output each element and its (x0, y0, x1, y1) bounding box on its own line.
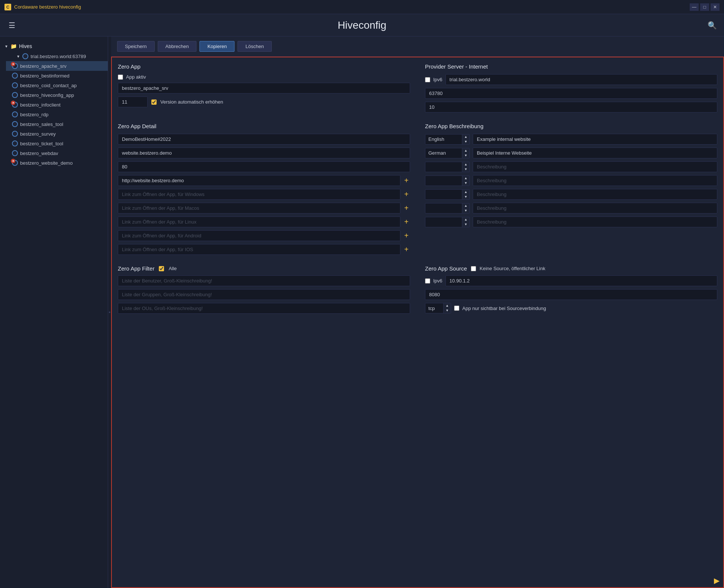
link-ios-add-button[interactable]: + (403, 245, 410, 254)
maximize-button[interactable]: □ (700, 3, 709, 11)
spin-down-6[interactable]: ▼ (462, 208, 469, 213)
spin-down-1[interactable]: ▼ (462, 139, 469, 144)
detail-input3[interactable] (118, 161, 410, 172)
desc-input-4[interactable] (473, 175, 717, 186)
copy-button[interactable]: Kopieren (199, 41, 234, 52)
keine-source-checkbox[interactable] (471, 266, 476, 271)
app-active-label: App aktiv (126, 74, 146, 80)
app-name-input[interactable] (118, 83, 410, 94)
toolbar-title: Hiveconfig (22, 19, 702, 31)
ous-input[interactable] (118, 303, 410, 314)
desc-input-7[interactable] (473, 216, 717, 227)
desc-row-1: English ▲ ▼ (425, 134, 717, 145)
link-windows-add-button[interactable]: + (403, 190, 410, 199)
folder-icon: 📁 (10, 43, 17, 49)
url-add-button[interactable]: + (403, 176, 410, 185)
ous-field (118, 303, 410, 314)
lang-spinbox-1: English ▲ ▼ (425, 134, 470, 145)
spin-up-2[interactable]: ▲ (462, 148, 469, 153)
desc-input-3[interactable] (473, 161, 717, 172)
version-input[interactable] (118, 97, 148, 107)
sidebar-app-item[interactable]: ✕bestzero_website_demo (6, 158, 108, 168)
sidebar-hives-header[interactable]: ▼ 📁 Hives (0, 41, 108, 51)
link-windows-input[interactable] (118, 189, 400, 200)
delete-button[interactable]: Löschen (237, 41, 271, 52)
sidebar-section-hives: ▼ 📁 Hives ▼ trial.bestzero.world:63789 ✕… (0, 39, 108, 169)
alle-checkbox[interactable] (159, 266, 164, 271)
desc-input-5[interactable] (473, 189, 717, 200)
provider-port-input[interactable] (425, 88, 717, 99)
provider-server-address-input[interactable] (446, 74, 717, 85)
lang-spinbox-2: German ▲ ▼ (425, 148, 470, 158)
menu-button[interactable]: ☰ (6, 19, 18, 31)
app-active-checkbox[interactable] (118, 75, 123, 80)
spin-up-1[interactable]: ▲ (462, 135, 469, 139)
sidebar-server-item[interactable]: ▼ trial.bestzero.world:63789 (6, 51, 108, 61)
sidebar-app-item[interactable]: ✕bestzero_infoclient (6, 100, 108, 110)
spin-down-5[interactable]: ▼ (462, 195, 469, 199)
provider-value3-input[interactable] (425, 102, 717, 113)
spin-down-2[interactable]: ▼ (462, 153, 469, 158)
spin-up-7[interactable]: ▲ (462, 217, 469, 222)
link-android-input[interactable] (118, 230, 400, 241)
detail-input2[interactable] (118, 148, 410, 158)
detail-url-input[interactable] (118, 175, 400, 186)
version-auto-checkbox[interactable] (151, 99, 157, 105)
save-button[interactable]: Speichern (117, 41, 155, 52)
lang-text-1: English (425, 135, 462, 144)
resize-handle[interactable] (108, 37, 111, 588)
sichtbar-checkbox[interactable] (454, 306, 459, 311)
keine-source-label: Keine Source, öffentlicher Link (480, 266, 545, 271)
zero-app-desc-title: Zero App Beschreibung (425, 123, 717, 129)
link-linux-input[interactable] (118, 216, 400, 227)
sidebar-app-item[interactable]: ✕bestzero_apache_srv (6, 61, 108, 71)
app-item-label: bestzero_hiveconfig_app (20, 92, 74, 98)
spin-down-4[interactable]: ▼ (462, 181, 469, 186)
sidebar-app-item[interactable]: bestzero_rdp (6, 110, 108, 119)
app-item-label: bestzero_ticket_tool (20, 141, 63, 146)
sidebar-app-item[interactable]: bestzero_webdav (6, 148, 108, 158)
detail-input1[interactable] (118, 134, 410, 145)
sidebar-app-item[interactable]: bestzero_survey (6, 129, 108, 139)
sidebar-app-item[interactable]: bestzero_hiveconfig_app (6, 90, 108, 100)
app-items-container: ✕bestzero_apache_srvbestzero_bestinforme… (6, 61, 108, 168)
spin-down-3[interactable]: ▼ (462, 167, 469, 172)
link-macos-input[interactable] (118, 203, 400, 214)
link-ios-input[interactable] (118, 244, 400, 255)
source-ipv6-checkbox[interactable] (425, 278, 430, 284)
source-port-input[interactable] (425, 289, 717, 300)
sidebar-app-item[interactable]: bestzero_sales_tool (6, 119, 108, 129)
users-input[interactable] (118, 275, 410, 286)
close-button[interactable]: ✕ (711, 3, 720, 11)
link-android-field: + (118, 230, 410, 241)
spin-up-3[interactable]: ▲ (462, 162, 469, 167)
sidebar-app-item[interactable]: bestzero_ticket_tool (6, 139, 108, 148)
source-ip-input[interactable] (446, 275, 717, 286)
sidebar-app-item[interactable]: bestzero_bestinformed (6, 71, 108, 80)
desc-input-6[interactable] (473, 203, 717, 214)
sidebar-app-item[interactable]: bestzero_coid_contact_ap (6, 80, 108, 90)
tcp-spin-up[interactable]: ▲ (444, 303, 451, 308)
error-badge: ✕ (11, 62, 15, 66)
spin-down-7[interactable]: ▼ (462, 222, 469, 227)
spin-btns-2: ▲ ▼ (462, 148, 469, 158)
link-linux-add-button[interactable]: + (403, 218, 410, 226)
spin-up-4[interactable]: ▲ (462, 176, 469, 181)
desc-input-1[interactable] (473, 134, 717, 145)
groups-input[interactable] (118, 289, 410, 300)
minimize-button[interactable]: — (690, 3, 699, 11)
search-button[interactable]: 🔍 (706, 19, 718, 31)
source-protocol-row: tcp ▲ ▼ App nur sichtbar bei Sourceverbi… (425, 303, 717, 313)
spin-up-5[interactable]: ▲ (462, 190, 469, 195)
title-bar-text: Cordaware bestzero hiveconfig (14, 4, 687, 10)
detail-field3 (118, 161, 410, 172)
link-android-add-button[interactable]: + (403, 231, 410, 240)
desc-input-2[interactable] (473, 148, 717, 158)
detail-field1 (118, 134, 410, 145)
link-macos-add-button[interactable]: + (403, 204, 410, 212)
cancel-button[interactable]: Abbrechen (158, 41, 197, 52)
desc-row-3: ▲ ▼ (425, 161, 717, 172)
tcp-spin-down[interactable]: ▼ (444, 308, 451, 313)
provider-ipv6-checkbox[interactable] (425, 77, 430, 82)
spin-up-6[interactable]: ▲ (462, 203, 469, 208)
